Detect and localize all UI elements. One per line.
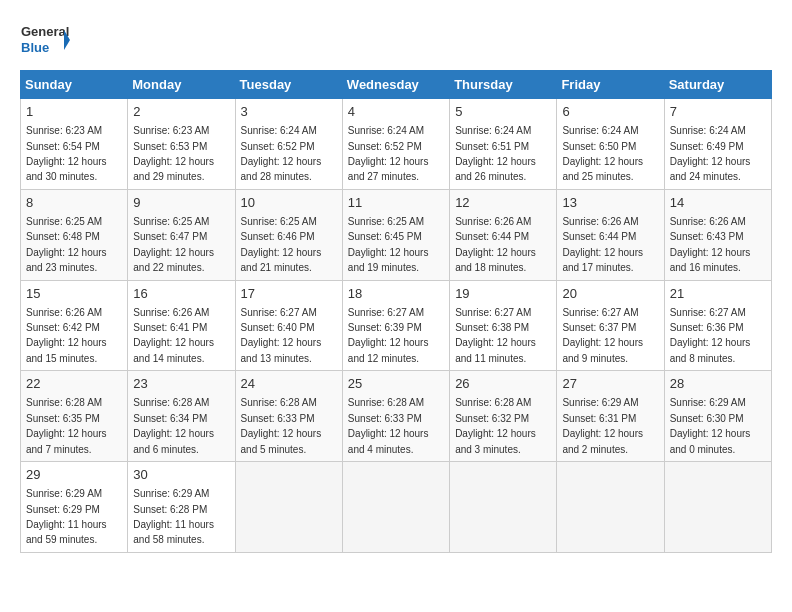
- day-info: Sunrise: 6:27 AMSunset: 6:40 PMDaylight:…: [241, 307, 322, 364]
- calendar-cell: 19 Sunrise: 6:27 AMSunset: 6:38 PMDaylig…: [450, 280, 557, 371]
- calendar-cell: 18 Sunrise: 6:27 AMSunset: 6:39 PMDaylig…: [342, 280, 449, 371]
- day-number: 11: [348, 194, 444, 212]
- day-number: 7: [670, 103, 766, 121]
- calendar-cell: 8 Sunrise: 6:25 AMSunset: 6:48 PMDayligh…: [21, 189, 128, 280]
- calendar-header-row: SundayMondayTuesdayWednesdayThursdayFrid…: [21, 71, 772, 99]
- calendar-cell: 15 Sunrise: 6:26 AMSunset: 6:42 PMDaylig…: [21, 280, 128, 371]
- day-info: Sunrise: 6:27 AMSunset: 6:38 PMDaylight:…: [455, 307, 536, 364]
- weekday-header-monday: Monday: [128, 71, 235, 99]
- day-info: Sunrise: 6:29 AMSunset: 6:28 PMDaylight:…: [133, 488, 214, 545]
- day-number: 2: [133, 103, 229, 121]
- day-number: 13: [562, 194, 658, 212]
- calendar-cell: 13 Sunrise: 6:26 AMSunset: 6:44 PMDaylig…: [557, 189, 664, 280]
- calendar-cell: 14 Sunrise: 6:26 AMSunset: 6:43 PMDaylig…: [664, 189, 771, 280]
- calendar-cell: 25 Sunrise: 6:28 AMSunset: 6:33 PMDaylig…: [342, 371, 449, 462]
- day-number: 21: [670, 285, 766, 303]
- day-info: Sunrise: 6:26 AMSunset: 6:44 PMDaylight:…: [562, 216, 643, 273]
- day-info: Sunrise: 6:24 AMSunset: 6:50 PMDaylight:…: [562, 125, 643, 182]
- day-number: 23: [133, 375, 229, 393]
- day-info: Sunrise: 6:25 AMSunset: 6:45 PMDaylight:…: [348, 216, 429, 273]
- day-info: Sunrise: 6:26 AMSunset: 6:44 PMDaylight:…: [455, 216, 536, 273]
- day-number: 15: [26, 285, 122, 303]
- calendar-cell: 4 Sunrise: 6:24 AMSunset: 6:52 PMDayligh…: [342, 99, 449, 190]
- day-info: Sunrise: 6:25 AMSunset: 6:48 PMDaylight:…: [26, 216, 107, 273]
- day-number: 25: [348, 375, 444, 393]
- calendar-cell: 3 Sunrise: 6:24 AMSunset: 6:52 PMDayligh…: [235, 99, 342, 190]
- calendar-cell: [664, 462, 771, 553]
- day-info: Sunrise: 6:28 AMSunset: 6:33 PMDaylight:…: [241, 397, 322, 454]
- day-number: 19: [455, 285, 551, 303]
- calendar-cell: 2 Sunrise: 6:23 AMSunset: 6:53 PMDayligh…: [128, 99, 235, 190]
- day-number: 8: [26, 194, 122, 212]
- day-info: Sunrise: 6:29 AMSunset: 6:30 PMDaylight:…: [670, 397, 751, 454]
- day-info: Sunrise: 6:28 AMSunset: 6:34 PMDaylight:…: [133, 397, 214, 454]
- day-info: Sunrise: 6:28 AMSunset: 6:32 PMDaylight:…: [455, 397, 536, 454]
- calendar-cell: 17 Sunrise: 6:27 AMSunset: 6:40 PMDaylig…: [235, 280, 342, 371]
- day-number: 27: [562, 375, 658, 393]
- day-number: 24: [241, 375, 337, 393]
- day-number: 5: [455, 103, 551, 121]
- weekday-header-wednesday: Wednesday: [342, 71, 449, 99]
- day-info: Sunrise: 6:27 AMSunset: 6:39 PMDaylight:…: [348, 307, 429, 364]
- calendar-cell: 7 Sunrise: 6:24 AMSunset: 6:49 PMDayligh…: [664, 99, 771, 190]
- calendar-week-4: 22 Sunrise: 6:28 AMSunset: 6:35 PMDaylig…: [21, 371, 772, 462]
- day-number: 4: [348, 103, 444, 121]
- calendar-cell: [235, 462, 342, 553]
- logo-svg: General Blue: [20, 20, 70, 62]
- calendar-cell: 11 Sunrise: 6:25 AMSunset: 6:45 PMDaylig…: [342, 189, 449, 280]
- day-number: 17: [241, 285, 337, 303]
- calendar-cell: 22 Sunrise: 6:28 AMSunset: 6:35 PMDaylig…: [21, 371, 128, 462]
- calendar-cell: 26 Sunrise: 6:28 AMSunset: 6:32 PMDaylig…: [450, 371, 557, 462]
- calendar-cell: [450, 462, 557, 553]
- calendar-cell: 21 Sunrise: 6:27 AMSunset: 6:36 PMDaylig…: [664, 280, 771, 371]
- day-number: 16: [133, 285, 229, 303]
- calendar-cell: 1 Sunrise: 6:23 AMSunset: 6:54 PMDayligh…: [21, 99, 128, 190]
- day-info: Sunrise: 6:24 AMSunset: 6:51 PMDaylight:…: [455, 125, 536, 182]
- calendar-cell: 6 Sunrise: 6:24 AMSunset: 6:50 PMDayligh…: [557, 99, 664, 190]
- calendar-week-2: 8 Sunrise: 6:25 AMSunset: 6:48 PMDayligh…: [21, 189, 772, 280]
- day-number: 18: [348, 285, 444, 303]
- calendar-cell: 27 Sunrise: 6:29 AMSunset: 6:31 PMDaylig…: [557, 371, 664, 462]
- calendar-cell: 5 Sunrise: 6:24 AMSunset: 6:51 PMDayligh…: [450, 99, 557, 190]
- day-number: 26: [455, 375, 551, 393]
- day-info: Sunrise: 6:29 AMSunset: 6:29 PMDaylight:…: [26, 488, 107, 545]
- svg-text:Blue: Blue: [21, 40, 49, 55]
- weekday-header-thursday: Thursday: [450, 71, 557, 99]
- day-info: Sunrise: 6:27 AMSunset: 6:37 PMDaylight:…: [562, 307, 643, 364]
- calendar-cell: 12 Sunrise: 6:26 AMSunset: 6:44 PMDaylig…: [450, 189, 557, 280]
- logo: General Blue: [20, 20, 70, 62]
- day-info: Sunrise: 6:26 AMSunset: 6:42 PMDaylight:…: [26, 307, 107, 364]
- day-info: Sunrise: 6:25 AMSunset: 6:46 PMDaylight:…: [241, 216, 322, 273]
- calendar-cell: 10 Sunrise: 6:25 AMSunset: 6:46 PMDaylig…: [235, 189, 342, 280]
- day-info: Sunrise: 6:29 AMSunset: 6:31 PMDaylight:…: [562, 397, 643, 454]
- weekday-header-sunday: Sunday: [21, 71, 128, 99]
- calendar-week-5: 29 Sunrise: 6:29 AMSunset: 6:29 PMDaylig…: [21, 462, 772, 553]
- calendar-cell: 9 Sunrise: 6:25 AMSunset: 6:47 PMDayligh…: [128, 189, 235, 280]
- day-number: 14: [670, 194, 766, 212]
- day-info: Sunrise: 6:23 AMSunset: 6:53 PMDaylight:…: [133, 125, 214, 182]
- day-number: 1: [26, 103, 122, 121]
- day-info: Sunrise: 6:28 AMSunset: 6:33 PMDaylight:…: [348, 397, 429, 454]
- day-info: Sunrise: 6:27 AMSunset: 6:36 PMDaylight:…: [670, 307, 751, 364]
- day-info: Sunrise: 6:28 AMSunset: 6:35 PMDaylight:…: [26, 397, 107, 454]
- day-number: 29: [26, 466, 122, 484]
- calendar-cell: 20 Sunrise: 6:27 AMSunset: 6:37 PMDaylig…: [557, 280, 664, 371]
- calendar-week-3: 15 Sunrise: 6:26 AMSunset: 6:42 PMDaylig…: [21, 280, 772, 371]
- calendar-table: SundayMondayTuesdayWednesdayThursdayFrid…: [20, 70, 772, 553]
- page-header: General Blue: [20, 20, 772, 62]
- calendar-cell: [557, 462, 664, 553]
- day-info: Sunrise: 6:25 AMSunset: 6:47 PMDaylight:…: [133, 216, 214, 273]
- day-number: 28: [670, 375, 766, 393]
- calendar-cell: [342, 462, 449, 553]
- calendar-cell: 16 Sunrise: 6:26 AMSunset: 6:41 PMDaylig…: [128, 280, 235, 371]
- day-number: 6: [562, 103, 658, 121]
- day-info: Sunrise: 6:23 AMSunset: 6:54 PMDaylight:…: [26, 125, 107, 182]
- day-info: Sunrise: 6:24 AMSunset: 6:52 PMDaylight:…: [348, 125, 429, 182]
- weekday-header-friday: Friday: [557, 71, 664, 99]
- day-number: 20: [562, 285, 658, 303]
- day-number: 3: [241, 103, 337, 121]
- day-info: Sunrise: 6:26 AMSunset: 6:43 PMDaylight:…: [670, 216, 751, 273]
- day-number: 12: [455, 194, 551, 212]
- weekday-header-saturday: Saturday: [664, 71, 771, 99]
- day-number: 22: [26, 375, 122, 393]
